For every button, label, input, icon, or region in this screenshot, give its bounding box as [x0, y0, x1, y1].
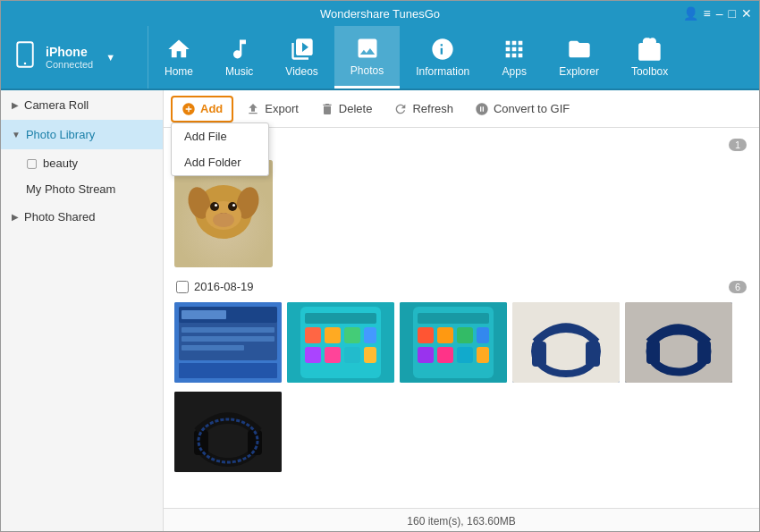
add-folder-item[interactable]: Add Folder — [172, 149, 268, 175]
app-title: Wondershare TunesGo — [320, 7, 440, 21]
svg-rect-32 — [364, 347, 376, 363]
svg-rect-51 — [697, 341, 711, 364]
svg-point-11 — [232, 204, 235, 207]
section-header-dated: 2016-08-19 6 — [174, 276, 748, 297]
svg-rect-35 — [418, 313, 489, 324]
svg-rect-30 — [325, 347, 341, 363]
add-button[interactable]: Add — [171, 96, 233, 122]
section-count-single: 1 — [729, 139, 747, 151]
beauty-label: beauty — [43, 156, 78, 170]
svg-rect-50 — [646, 341, 660, 364]
status-bar: 160 item(s), 163.60MB — [164, 508, 759, 532]
photo-grid-dated — [174, 302, 748, 383]
svg-rect-39 — [477, 327, 489, 343]
svg-rect-25 — [305, 327, 321, 343]
photo-screenshot[interactable] — [174, 302, 282, 383]
svg-point-10 — [215, 204, 217, 207]
photo-grid-last — [174, 392, 748, 472]
svg-rect-37 — [437, 327, 453, 343]
device-info[interactable]: iPhone Connected ▼ — [1, 26, 148, 89]
window-controls: 👤 ≡ – □ ✕ — [683, 6, 752, 21]
sidebar: ▶ Camera Roll ▼ Photo Library ▢ beauty M… — [1, 90, 164, 532]
add-file-item[interactable]: Add File — [172, 123, 268, 149]
device-text: iPhone Connected — [46, 45, 93, 70]
section-date: 2016-08-19 — [194, 280, 254, 293]
close-icon[interactable]: ✕ — [741, 6, 752, 21]
nav-apps[interactable]: Apps — [486, 26, 543, 89]
iphone-icon — [12, 38, 38, 77]
photo-section-dated: 2016-08-19 6 — [174, 276, 748, 383]
nav-photos[interactable]: Photos — [334, 26, 400, 89]
title-bar: Wondershare TunesGo 👤 ≡ – □ ✕ — [1, 1, 759, 26]
add-dropdown: Add File Add Folder — [171, 122, 269, 176]
date-section-checkbox[interactable] — [176, 281, 189, 293]
nav-explorer[interactable]: Explorer — [543, 26, 615, 89]
photo-headphones3[interactable] — [174, 392, 282, 472]
status-text: 160 item(s), 163.60MB — [407, 515, 515, 528]
photo-shared-arrow: ▶ — [12, 212, 19, 222]
svg-rect-31 — [344, 347, 360, 363]
svg-rect-47 — [586, 342, 600, 367]
svg-rect-43 — [477, 347, 489, 363]
svg-rect-20 — [182, 345, 244, 350]
nav-items: Home Music Videos Photos Information App… — [148, 26, 759, 89]
sidebar-item-photo-shared[interactable]: ▶ Photo Shared — [1, 202, 163, 232]
photo-library-label: Photo Library — [26, 128, 95, 141]
device-name: iPhone — [46, 45, 93, 59]
nav-information[interactable]: Information — [400, 26, 486, 89]
nav-videos[interactable]: Videos — [269, 26, 334, 89]
maximize-icon[interactable]: □ — [729, 6, 736, 21]
my-photo-stream-label: My Photo Stream — [26, 182, 115, 196]
sidebar-item-camera-roll[interactable]: ▶ Camera Roll — [1, 90, 163, 120]
nav-home[interactable]: Home — [148, 26, 209, 89]
photo-phone2[interactable] — [400, 302, 507, 383]
minimize-icon[interactable]: – — [716, 6, 723, 21]
svg-rect-41 — [437, 347, 453, 363]
refresh-button[interactable]: Refresh — [384, 97, 462, 121]
svg-rect-46 — [532, 342, 546, 367]
menu-icon[interactable]: ≡ — [704, 6, 711, 21]
device-chevron[interactable]: ▼ — [106, 52, 115, 63]
photo-section-last — [174, 392, 748, 472]
photo-area: 1 — [164, 128, 759, 508]
export-button[interactable]: Export — [237, 97, 308, 121]
svg-rect-19 — [182, 336, 274, 342]
nav-music[interactable]: Music — [209, 26, 269, 89]
svg-rect-36 — [418, 327, 434, 343]
svg-rect-40 — [418, 347, 434, 363]
svg-rect-17 — [182, 310, 226, 319]
nav-toolbox[interactable]: Toolbox — [615, 26, 684, 89]
svg-rect-42 — [457, 347, 473, 363]
svg-rect-38 — [457, 327, 473, 343]
svg-rect-27 — [344, 327, 360, 343]
svg-point-9 — [228, 202, 237, 211]
svg-rect-29 — [305, 347, 321, 363]
top-navigation: iPhone Connected ▼ Home Music Videos Pho… — [1, 26, 759, 90]
photo-headphones2[interactable] — [625, 302, 732, 383]
date-section-header-left: 2016-08-19 — [176, 280, 254, 293]
sidebar-item-my-photo-stream[interactable]: My Photo Stream — [1, 176, 163, 202]
svg-rect-24 — [305, 313, 376, 324]
svg-rect-28 — [364, 327, 376, 343]
photo-library-arrow: ▼ — [12, 130, 21, 139]
delete-button[interactable]: Delete — [311, 97, 382, 121]
convert-gif-button[interactable]: Convert to GIF — [466, 97, 578, 121]
photo-headphones1[interactable] — [512, 302, 620, 383]
svg-point-8 — [210, 202, 219, 211]
device-status: Connected — [46, 59, 93, 70]
svg-point-13 — [213, 213, 234, 227]
photo-phone1[interactable] — [287, 302, 394, 383]
sidebar-item-photo-library[interactable]: ▼ Photo Library — [1, 120, 163, 149]
camera-roll-label: Camera Roll — [24, 98, 89, 112]
svg-rect-21 — [179, 363, 277, 378]
svg-rect-26 — [325, 327, 341, 343]
camera-roll-arrow: ▶ — [12, 100, 19, 110]
beauty-icon: ▢ — [26, 156, 38, 170]
main-area: ▶ Camera Roll ▼ Photo Library ▢ beauty M… — [1, 90, 759, 532]
photo-shared-label: Photo Shared — [24, 210, 96, 224]
content-area: Add Export Delete Refresh Convert to GIF… — [164, 90, 759, 532]
user-icon[interactable]: 👤 — [683, 6, 698, 21]
photo-dog[interactable] — [174, 160, 273, 267]
sidebar-item-beauty[interactable]: ▢ beauty — [1, 149, 163, 176]
svg-rect-18 — [182, 327, 274, 333]
